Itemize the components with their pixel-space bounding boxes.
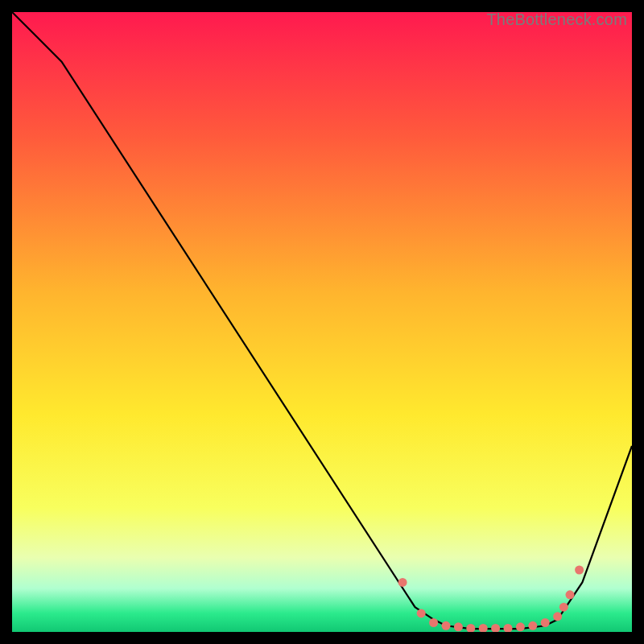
highlight-dot <box>442 621 451 630</box>
watermark-text: TheBottleneck.com <box>486 10 627 29</box>
highlight-dot <box>553 612 562 621</box>
highlight-dot <box>398 578 407 587</box>
highlight-dot <box>417 609 426 617</box>
highlight-dot <box>454 622 463 631</box>
highlight-dot <box>516 622 525 631</box>
highlight-dot <box>575 566 584 575</box>
highlight-dot <box>559 603 568 612</box>
highlight-dot <box>541 618 550 627</box>
gradient-background <box>12 12 632 632</box>
bottleneck-chart <box>12 12 632 632</box>
chart-frame: TheBottleneck.com <box>12 12 632 632</box>
highlight-dot <box>429 618 438 627</box>
highlight-dot <box>528 621 537 630</box>
highlight-dot <box>566 590 575 599</box>
